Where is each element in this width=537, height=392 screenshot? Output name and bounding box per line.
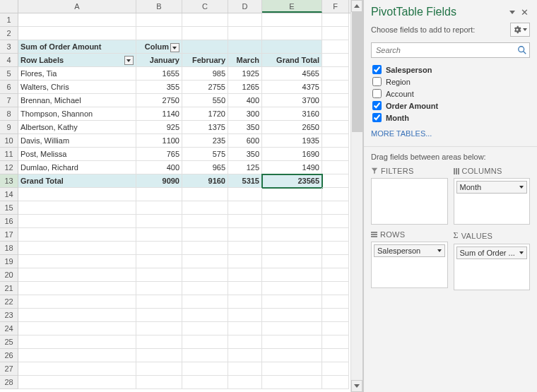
row-header-1[interactable]: 1 bbox=[0, 13, 18, 27]
cell-D23[interactable] bbox=[228, 309, 262, 322]
cell-F7[interactable] bbox=[322, 94, 349, 107]
field-order-amount-checkbox[interactable] bbox=[372, 101, 382, 110]
row-header-20[interactable]: 20 bbox=[0, 268, 18, 282]
cell-B14[interactable] bbox=[136, 188, 182, 201]
filters-dropzone[interactable] bbox=[371, 178, 448, 225]
cell-A9[interactable]: Albertson, Kathy bbox=[18, 121, 136, 134]
cell-A23[interactable] bbox=[18, 309, 136, 322]
cell-A20[interactable] bbox=[18, 268, 136, 282]
cell-D20[interactable] bbox=[228, 268, 262, 282]
cell-B16[interactable] bbox=[136, 215, 182, 228]
cell-F3[interactable] bbox=[322, 40, 349, 54]
cell-E20[interactable] bbox=[262, 268, 322, 282]
cell-A17[interactable] bbox=[18, 228, 136, 242]
chip-sum-of-order[interactable]: Sum of Order ... bbox=[456, 247, 528, 259]
cell-C23[interactable] bbox=[182, 309, 228, 322]
cell-E25[interactable] bbox=[262, 335, 322, 349]
cell-C6[interactable]: 2755 bbox=[182, 81, 228, 94]
values-dropzone[interactable]: Sum of Order ... bbox=[454, 244, 531, 290]
cell-E18[interactable] bbox=[262, 242, 322, 255]
cell-E24[interactable] bbox=[262, 322, 322, 335]
scroll-up-button[interactable] bbox=[351, 0, 362, 12]
cell-E15[interactable] bbox=[262, 201, 322, 215]
cell-F10[interactable] bbox=[322, 134, 349, 148]
cell-A2[interactable] bbox=[18, 27, 136, 40]
cell-E21[interactable] bbox=[262, 282, 322, 295]
cell-B9[interactable]: 925 bbox=[136, 121, 182, 134]
cell-E10[interactable]: 1935 bbox=[262, 134, 322, 148]
cell-B8[interactable]: 1140 bbox=[136, 107, 182, 121]
cell-C10[interactable]: 235 bbox=[182, 134, 228, 148]
cell-A8[interactable]: Thompson, Shannon bbox=[18, 107, 136, 121]
cell-B20[interactable] bbox=[136, 268, 182, 282]
cell-E11[interactable]: 1690 bbox=[262, 148, 322, 161]
cell-C8[interactable]: 1720 bbox=[182, 107, 228, 121]
row-header-23[interactable]: 23 bbox=[0, 309, 18, 322]
cell-F25[interactable] bbox=[322, 335, 349, 349]
cell-A15[interactable] bbox=[18, 201, 136, 215]
field-account[interactable]: Account bbox=[371, 88, 530, 100]
cell-A7[interactable]: Brennan, Michael bbox=[18, 94, 136, 107]
cell-A4[interactable]: Row Labels bbox=[18, 54, 136, 67]
cell-B22[interactable] bbox=[136, 295, 182, 309]
select-all-corner[interactable] bbox=[0, 0, 18, 13]
cell-B13[interactable]: 9090 bbox=[136, 174, 182, 188]
cell-E8[interactable]: 3160 bbox=[262, 107, 322, 121]
scroll-thumb[interactable] bbox=[352, 12, 362, 132]
cell-E19[interactable] bbox=[262, 255, 322, 268]
cell-A22[interactable] bbox=[18, 295, 136, 309]
cell-B2[interactable] bbox=[136, 27, 182, 40]
taskpane-options-icon[interactable] bbox=[509, 11, 515, 14]
scroll-down-button[interactable] bbox=[351, 380, 362, 392]
cell-C7[interactable]: 550 bbox=[182, 94, 228, 107]
cell-B5[interactable]: 1655 bbox=[136, 67, 182, 81]
field-month-checkbox[interactable] bbox=[372, 113, 382, 122]
row-header-6[interactable]: 6 bbox=[0, 81, 18, 94]
cell-A5[interactable]: Flores, Tia bbox=[18, 67, 136, 81]
cell-C17[interactable] bbox=[182, 228, 228, 242]
row-header-27[interactable]: 27 bbox=[0, 362, 18, 376]
row-header-2[interactable]: 2 bbox=[0, 27, 18, 40]
cell-F4[interactable] bbox=[322, 54, 349, 67]
cell-B21[interactable] bbox=[136, 282, 182, 295]
cell-A1[interactable] bbox=[18, 13, 136, 27]
cell-F24[interactable] bbox=[322, 322, 349, 335]
cell-F26[interactable] bbox=[322, 349, 349, 362]
cell-C3[interactable] bbox=[182, 40, 228, 54]
close-pane-button[interactable]: ✕ bbox=[519, 8, 530, 17]
cell-D13[interactable]: 5315 bbox=[228, 174, 262, 188]
field-salesperson[interactable]: Salesperson bbox=[371, 64, 530, 76]
cell-D3[interactable] bbox=[228, 40, 262, 54]
cell-E27[interactable] bbox=[262, 362, 322, 376]
cell-F28[interactable] bbox=[322, 376, 349, 389]
cell-A26[interactable] bbox=[18, 349, 136, 362]
row-header-4[interactable]: 4 bbox=[0, 54, 18, 67]
cell-F27[interactable] bbox=[322, 362, 349, 376]
cell-B1[interactable] bbox=[136, 13, 182, 27]
row-header-24[interactable]: 24 bbox=[0, 322, 18, 335]
cell-A3[interactable]: Sum of Order Amount bbox=[18, 40, 136, 54]
cell-F20[interactable] bbox=[322, 268, 349, 282]
cell-F9[interactable] bbox=[322, 121, 349, 134]
cell-E26[interactable] bbox=[262, 349, 322, 362]
row-header-7[interactable]: 7 bbox=[0, 94, 18, 107]
cell-E23[interactable] bbox=[262, 309, 322, 322]
cell-D14[interactable] bbox=[228, 188, 262, 201]
cell-F16[interactable] bbox=[322, 215, 349, 228]
field-list-options-button[interactable] bbox=[510, 23, 530, 37]
row-header-13[interactable]: 13 bbox=[0, 174, 18, 188]
cell-C24[interactable] bbox=[182, 322, 228, 335]
cell-B24[interactable] bbox=[136, 322, 182, 335]
cell-C19[interactable] bbox=[182, 255, 228, 268]
cell-D27[interactable] bbox=[228, 362, 262, 376]
cell-D4[interactable]: March bbox=[228, 54, 262, 67]
cell-F2[interactable] bbox=[322, 27, 349, 40]
cell-B28[interactable] bbox=[136, 376, 182, 389]
cell-A13[interactable]: Grand Total bbox=[18, 174, 136, 188]
cell-F14[interactable] bbox=[322, 188, 349, 201]
col-header-B[interactable]: B bbox=[136, 0, 182, 13]
cell-D7[interactable]: 400 bbox=[228, 94, 262, 107]
chip-salesperson[interactable]: Salesperson bbox=[374, 244, 445, 257]
cell-C27[interactable] bbox=[182, 362, 228, 376]
cell-F18[interactable] bbox=[322, 242, 349, 255]
